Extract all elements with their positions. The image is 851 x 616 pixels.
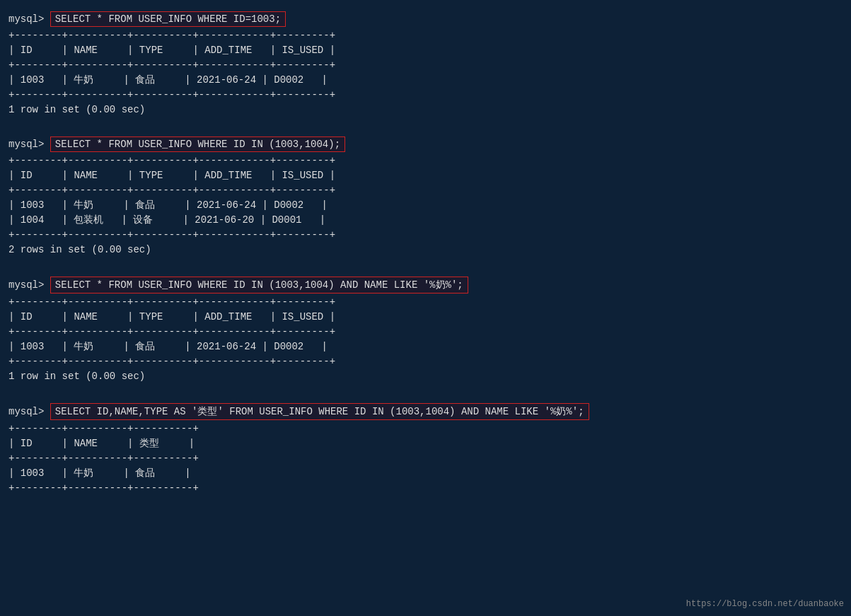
table-line-2-3: +--------+----------+----------+--------…	[8, 183, 843, 198]
result-line-1: 1 row in set (0.00 sec)	[8, 104, 843, 115]
table-line-2-4: | 1003 | 牛奶 | 食品 | 2021-06-24 | D0002 |	[8, 198, 843, 213]
table-line-4-5: +--------+----------+----------+	[8, 481, 843, 496]
prompt-1: mysql>	[8, 13, 50, 25]
sql-command-2: SELECT * FROM USER_INFO WHERE ID IN (100…	[50, 136, 345, 152]
prompt-line-4: mysql> SELECT ID,NAME,TYPE AS '类型' FROM …	[8, 403, 843, 420]
prompt-4: mysql>	[8, 406, 50, 417]
sql-command-1: SELECT * FROM USER_INFO WHERE ID=1003;	[50, 11, 286, 27]
table-line-2-2: | ID | NAME | TYPE | ADD_TIME | IS_USED …	[8, 168, 843, 183]
watermark: https://blog.csdn.net/duanbaoke	[686, 599, 844, 609]
table-line-3-3: +--------+----------+----------+--------…	[8, 325, 843, 339]
table-line-1-3: +--------+----------+----------+--------…	[8, 58, 843, 73]
table-line-4-2: | ID | NAME | 类型 |	[8, 436, 843, 451]
table-line-2-5: | 1004 | 包装机 | 设备 | 2021-06-20 | D0001 |	[8, 213, 843, 228]
prompt-2: mysql>	[8, 139, 50, 150]
sql-command-4: SELECT ID,NAME,TYPE AS '类型' FROM USER_IN…	[50, 403, 589, 420]
sql-block-1: mysql> SELECT * FROM USER_INFO WHERE ID=…	[0, 7, 851, 122]
table-line-1-2: | ID | NAME | TYPE | ADD_TIME | IS_USED …	[8, 43, 843, 58]
prompt-line-2: mysql> SELECT * FROM USER_INFO WHERE ID …	[8, 136, 843, 152]
terminal-output: mysql> SELECT * FROM USER_INFO WHERE ID=…	[0, 7, 851, 500]
result-line-2: 2 rows in set (0.00 sec)	[8, 244, 843, 255]
prompt-line-1: mysql> SELECT * FROM USER_INFO WHERE ID=…	[8, 11, 843, 27]
table-line-1-5: +--------+----------+----------+--------…	[8, 88, 843, 103]
prompt-3: mysql>	[8, 279, 50, 291]
table-line-4-1: +--------+----------+----------+	[8, 422, 843, 436]
table-line-1-1: +--------+----------+----------+--------…	[8, 28, 843, 43]
sql-block-3: mysql> SELECT * FROM USER_INFO WHERE ID …	[0, 272, 851, 389]
sql-command-3: SELECT * FROM USER_INFO WHERE ID IN (100…	[50, 277, 468, 294]
sql-block-4: mysql> SELECT ID,NAME,TYPE AS '类型' FROM …	[0, 399, 851, 500]
table-line-3-4: | 1003 | 牛奶 | 食品 | 2021-06-24 | D0002 |	[8, 339, 843, 354]
prompt-line-3: mysql> SELECT * FROM USER_INFO WHERE ID …	[8, 277, 843, 294]
table-line-4-4: | 1003 | 牛奶 | 食品 |	[8, 466, 843, 481]
table-line-2-1: +--------+----------+----------+--------…	[8, 153, 843, 168]
table-line-3-1: +--------+----------+----------+--------…	[8, 295, 843, 310]
table-line-2-6: +--------+----------+----------+--------…	[8, 228, 843, 243]
sql-block-2: mysql> SELECT * FROM USER_INFO WHERE ID …	[0, 132, 851, 262]
result-line-3: 1 row in set (0.00 sec)	[8, 371, 843, 382]
table-line-3-5: +--------+----------+----------+--------…	[8, 354, 843, 369]
table-line-1-4: | 1003 | 牛奶 | 食品 | 2021-06-24 | D0002 |	[8, 73, 843, 88]
table-line-3-2: | ID | NAME | TYPE | ADD_TIME | IS_USED …	[8, 310, 843, 325]
table-line-4-3: +--------+----------+----------+	[8, 451, 843, 466]
